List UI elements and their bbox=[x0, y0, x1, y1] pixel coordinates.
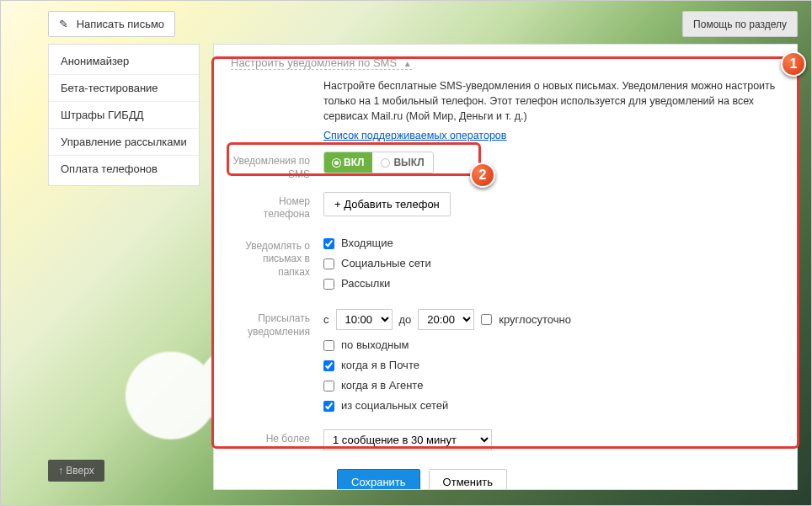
sidebar: Анонимайзер Бета-тестирование Штрафы ГИБ… bbox=[48, 44, 200, 186]
sidebar-item-phone-pay[interactable]: Оплата телефонов bbox=[49, 156, 199, 182]
edit-icon: ✎ bbox=[59, 18, 68, 30]
from-label: с bbox=[323, 313, 329, 326]
label-phone: Номер телефона bbox=[231, 192, 323, 221]
cancel-button[interactable]: Отменить bbox=[429, 469, 507, 490]
label-sms-notify: Уведомления по SMS bbox=[231, 152, 323, 181]
limit-select[interactable]: 1 сообщение в 30 минут bbox=[323, 429, 492, 450]
annotation-marker-1: 1 bbox=[781, 51, 806, 77]
back-to-top[interactable]: ↑ Вверх bbox=[48, 460, 104, 482]
toggle-on[interactable]: ВКЛ bbox=[324, 152, 372, 173]
checkbox-in-mail[interactable] bbox=[323, 360, 334, 371]
checkbox-social[interactable] bbox=[323, 258, 334, 269]
checkbox-in-agent[interactable] bbox=[323, 381, 334, 391]
toggle-off[interactable]: ВЫКЛ bbox=[372, 152, 432, 173]
section-title-toggle[interactable]: Настроить уведомления по SMS ▲ bbox=[231, 56, 412, 70]
opt-weekends[interactable]: по выходным bbox=[323, 338, 780, 351]
save-button[interactable]: Сохранить bbox=[337, 469, 420, 490]
opt-in-mail[interactable]: когда я в Почте bbox=[323, 359, 780, 371]
allday[interactable]: круглосуточно bbox=[481, 313, 571, 326]
checkbox-allday[interactable] bbox=[481, 314, 492, 325]
sms-toggle[interactable]: ВКЛ ВЫКЛ bbox=[323, 152, 434, 173]
opt-from-social[interactable]: из социальных сетей bbox=[323, 399, 780, 412]
checkbox-mailings[interactable] bbox=[323, 279, 334, 290]
compose-button[interactable]: ✎ Написать письмо bbox=[48, 11, 175, 37]
sidebar-item-beta[interactable]: Бета-тестирование bbox=[49, 75, 199, 102]
time-to-select[interactable]: 20:00 bbox=[418, 309, 474, 330]
label-schedule: Присылать уведомления bbox=[231, 309, 323, 419]
time-from-select[interactable]: 10:00 bbox=[336, 309, 393, 330]
operators-link[interactable]: Список поддерживаемых операторов bbox=[323, 130, 506, 141]
compose-label: Написать письмо bbox=[77, 18, 164, 30]
help-button[interactable]: Помощь по разделу bbox=[682, 11, 798, 37]
checkbox-inbox[interactable] bbox=[323, 238, 334, 249]
section-description: Настройте бесплатные SMS-уведомления о н… bbox=[323, 78, 780, 124]
label-limit: Не более bbox=[231, 429, 323, 450]
folder-inbox[interactable]: Входящие bbox=[323, 237, 780, 249]
annotation-marker-2: 2 bbox=[470, 162, 495, 188]
opt-in-agent[interactable]: когда я в Агенте bbox=[323, 379, 780, 391]
to-label: до bbox=[399, 313, 412, 326]
label-folders: Уведомлять о письмах в папках bbox=[231, 237, 323, 297]
folder-mailings[interactable]: Рассылки bbox=[323, 277, 780, 290]
section-title-text: Настроить уведомления по SMS bbox=[231, 56, 397, 69]
sidebar-item-anonymizer[interactable]: Анонимайзер bbox=[49, 48, 199, 75]
main-panel: Настроить уведомления по SMS ▲ Настройте… bbox=[213, 44, 798, 490]
checkbox-from-social[interactable] bbox=[323, 401, 334, 412]
add-phone-button[interactable]: + Добавить телефон bbox=[323, 192, 451, 216]
sidebar-item-mailings[interactable]: Управление рассылками bbox=[49, 129, 199, 156]
checkbox-weekends[interactable] bbox=[323, 340, 334, 351]
sidebar-item-fines[interactable]: Штрафы ГИБДД bbox=[49, 102, 199, 129]
chevron-up-icon: ▲ bbox=[403, 59, 412, 68]
folder-social[interactable]: Социальные сети bbox=[323, 257, 780, 269]
